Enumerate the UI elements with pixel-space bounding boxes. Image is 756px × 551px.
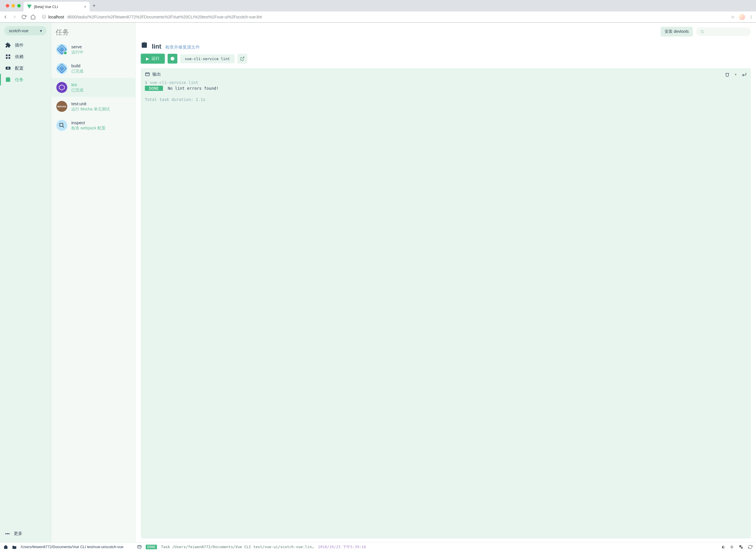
svg-point-5: [7, 68, 9, 69]
command-text: vue-cli-service lint: [180, 54, 235, 63]
sidebar-item-tasks[interactable]: 任务: [0, 74, 51, 85]
svg-line-10: [703, 32, 704, 33]
more-icon: •••: [5, 531, 10, 536]
status-task-line: Task /Users/feiwen8772/Documents/Vue CLI…: [161, 545, 314, 549]
mocha-icon: MOCHA: [56, 101, 67, 112]
reload-icon[interactable]: [21, 14, 26, 20]
svg-marker-6: [59, 85, 64, 90]
nav-label: 配置: [15, 66, 24, 71]
gear-icon: [5, 65, 11, 71]
clipboard-icon: [5, 77, 11, 82]
tab-bar: [Beta] Vue CLI × +: [0, 0, 756, 11]
task-status: 运行中: [71, 50, 83, 55]
project-path: /Users/feiwen8772/Documents/Vue CLI test…: [21, 545, 123, 549]
status-bar: /Users/feiwen8772/Documents/Vue CLI test…: [0, 542, 756, 551]
close-tab-icon[interactable]: ×: [84, 5, 86, 9]
terminal-message: No lint errors found!: [168, 86, 218, 91]
bug-icon[interactable]: [730, 545, 734, 549]
home-icon[interactable]: [3, 545, 8, 549]
nav-label: 依赖: [15, 54, 24, 59]
clipboard-icon: [141, 42, 148, 49]
task-name: inspect: [71, 120, 105, 125]
output-label: 输出: [152, 72, 161, 77]
svg-rect-23: [741, 547, 743, 549]
browser-tab[interactable]: [Beta] Vue CLI ×: [24, 2, 90, 11]
task-item-serve[interactable]: serve 运行中: [51, 40, 135, 59]
cube-icon: [56, 63, 67, 74]
svg-rect-1: [9, 55, 10, 56]
window-controls: [3, 4, 24, 7]
translate-icon[interactable]: [739, 545, 743, 549]
page-title: 任务: [55, 28, 69, 37]
forward-icon[interactable]: [12, 14, 17, 20]
svg-point-17: [731, 546, 732, 548]
sidebar-item-more[interactable]: ••• 更多: [0, 528, 51, 539]
status-dot-icon: [735, 74, 736, 75]
url-path: :8000/tasks/%2FUsers%2Ffeiwen8772%2FDocu…: [66, 15, 262, 19]
svg-rect-0: [6, 55, 8, 56]
home-icon[interactable]: [30, 14, 36, 20]
task-item-lint[interactable]: lint 已完成: [51, 78, 135, 97]
done-badge: DONE: [145, 86, 163, 91]
profile-avatar[interactable]: [739, 14, 745, 20]
run-button[interactable]: ▶ 运行: [141, 54, 165, 64]
task-status: 已完成: [71, 69, 83, 74]
star-icon[interactable]: ☆: [731, 15, 735, 19]
address-bar[interactable]: ⓘ localhost:8000/tasks/%2FUsers%2Ffeiwen…: [40, 14, 727, 20]
folder-icon[interactable]: [12, 545, 17, 549]
widgets-icon: [5, 54, 11, 59]
minimize-window-icon[interactable]: [11, 4, 15, 7]
close-window-icon[interactable]: [6, 4, 9, 7]
svg-rect-15: [138, 545, 141, 548]
contrast-icon[interactable]: ◐: [722, 545, 725, 549]
vue-favicon-icon: [27, 5, 32, 9]
task-name: lint: [71, 82, 83, 87]
info-icon[interactable]: ⓘ: [42, 14, 46, 20]
task-status: 运行 Mocha 单元测试: [71, 107, 110, 112]
scroll-bottom-icon[interactable]: [742, 72, 747, 77]
terminal-icon: [145, 72, 150, 77]
new-tab-button[interactable]: +: [90, 3, 99, 9]
sidebar-item-plugins[interactable]: 插件: [0, 39, 51, 51]
project-selector[interactable]: scotch-vue ▾: [4, 26, 47, 35]
trash-icon[interactable]: [725, 72, 730, 77]
task-name: build: [71, 63, 83, 68]
url-host: localhost: [48, 15, 64, 19]
svg-point-9: [701, 30, 703, 32]
play-icon: ▶: [146, 56, 149, 61]
task-header: lint 检查并修复源文件: [141, 42, 751, 50]
nav-label: 更多: [14, 531, 22, 536]
chevron-down-icon: ▾: [40, 28, 42, 33]
task-name: test:unit: [71, 101, 110, 106]
browser-chrome: [Beta] Vue CLI × + ⓘ localhost:8000/task…: [0, 0, 756, 23]
maximize-window-icon[interactable]: [17, 4, 21, 7]
task-title: lint: [152, 43, 161, 50]
svg-rect-2: [6, 57, 8, 59]
svg-line-12: [242, 57, 244, 59]
svg-rect-7: [60, 123, 63, 126]
task-item-inspect[interactable]: inspect 检查 webpack 配置: [51, 116, 135, 135]
sidebar-item-dependencies[interactable]: 依赖: [0, 51, 51, 62]
menu-icon[interactable]: ⋮: [749, 15, 753, 19]
open-external-button[interactable]: [237, 54, 247, 64]
refresh-icon[interactable]: [748, 545, 753, 549]
terminal-output[interactable]: $ vue-cli-service lint DONE No lint erro…: [145, 80, 747, 102]
sidebar-item-config[interactable]: 配置: [0, 62, 51, 74]
project-name: scotch-vue: [9, 28, 28, 33]
install-devtools-button[interactable]: 安装 devtools: [661, 27, 693, 37]
terminal-prompt: $ vue-cli-service lint: [145, 80, 198, 85]
search-cube-icon: [56, 120, 67, 131]
settings-button[interactable]: [168, 54, 177, 64]
task-status: 已完成: [71, 88, 83, 93]
log-icon[interactable]: [137, 545, 142, 549]
tab-title: [Beta] Vue CLI: [34, 5, 58, 9]
nav-label: 任务: [15, 77, 24, 82]
action-row: ▶ 运行 vue-cli-service lint: [141, 54, 751, 64]
search-input[interactable]: [696, 27, 751, 36]
task-item-build[interactable]: build 已完成: [51, 59, 135, 78]
task-item-test-unit[interactable]: MOCHA test:unit 运行 Mocha 单元测试: [51, 97, 135, 116]
output-panel: 输出 $ vue-cli-service lint DONE No lint e…: [141, 68, 751, 539]
browser-toolbar: ⓘ localhost:8000/tasks/%2FUsers%2Ffeiwen…: [0, 11, 756, 22]
back-icon[interactable]: [3, 14, 8, 20]
status-done-badge: DONE: [146, 545, 157, 549]
